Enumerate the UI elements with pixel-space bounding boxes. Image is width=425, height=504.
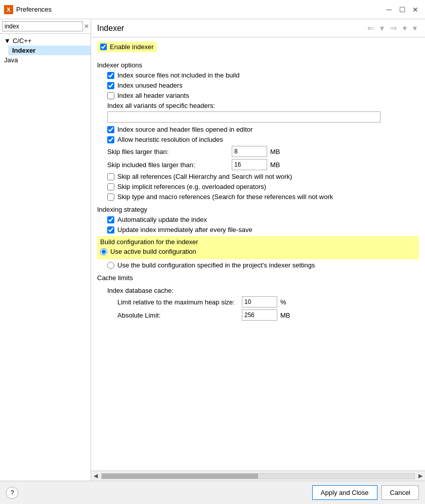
opt1-label: Index source files not included in the b…: [117, 71, 239, 79]
opt4-checkbox[interactable]: [107, 126, 114, 133]
scroll-right-button[interactable]: ▶: [416, 472, 425, 481]
indexing-strategy-label: Indexing strategy: [97, 206, 419, 213]
enable-indexer-row: Enable indexer: [97, 42, 157, 52]
help-button[interactable]: ?: [6, 487, 18, 499]
footer-left: ?: [6, 487, 18, 499]
content-area: Enable indexer Indexer options Index sou…: [91, 37, 425, 471]
skip-label-2: Skip included files larger than:: [107, 161, 229, 169]
opt2-checkbox[interactable]: [107, 82, 114, 89]
skip-unit-1: MB: [270, 148, 280, 156]
cache-limits-label: Cache limits: [97, 274, 419, 282]
right-panel: Indexer ⇐ ▾ ⇒ ▾ ▾ Enable indexer Indexer…: [91, 19, 425, 481]
cache-input-1[interactable]: [242, 296, 277, 307]
option-row-8: Skip type and macro references (Search f…: [107, 193, 419, 201]
opt6-checkbox[interactable]: [107, 173, 114, 180]
opt8-checkbox[interactable]: [107, 193, 114, 201]
panel-nav: ⇐ ▾ ⇒ ▾ ▾: [365, 22, 419, 34]
skip-field-row-1: Skip files larger than: MB: [107, 146, 419, 157]
str2-checkbox[interactable]: [107, 226, 114, 234]
nav-back-dropdown-button[interactable]: ▾: [378, 22, 386, 34]
footer-right: Apply and Close Cancel: [312, 485, 419, 500]
main-content: ✕ ▼ C/C++ Indexer Java Indexer ⇐ ▾: [0, 19, 425, 481]
index-db-cache-label: Index database cache:: [107, 287, 419, 294]
nav-forward-dropdown-button[interactable]: ▾: [401, 22, 409, 34]
sidebar-item-indexer[interactable]: Indexer: [8, 46, 91, 55]
sidebar-item-java[interactable]: Java: [0, 55, 91, 65]
scroll-left-button[interactable]: ◀: [91, 472, 100, 481]
opt3-checkbox[interactable]: [107, 92, 114, 99]
opt4-label: Index source and header files opened in …: [117, 126, 252, 133]
indexer-options-label: Indexer options: [97, 61, 419, 69]
scroll-thumb: [102, 474, 258, 479]
search-input[interactable]: [2, 21, 83, 31]
opt8-label: Skip type and macro references (Search f…: [117, 193, 333, 201]
opt7-label: Skip implicit references (e.g. overloade…: [117, 183, 266, 190]
title-bar-buttons: ─ ☐ ✕: [384, 4, 421, 15]
rad1-label: Use active build configuration: [110, 248, 196, 255]
opt7-checkbox[interactable]: [107, 183, 114, 190]
opt1-checkbox[interactable]: [107, 72, 114, 79]
skip-unit-2: MB: [270, 161, 280, 169]
sidebar-item-label: Indexer: [12, 47, 35, 54]
option-row-3: Index all header variants: [107, 92, 419, 99]
rad2-radio[interactable]: [107, 262, 114, 269]
option-row-7: Skip implicit references (e.g. overloade…: [107, 183, 419, 190]
build-config-section: Build configuration for the indexer Use …: [97, 236, 419, 259]
option-row-5: Allow heuristic resolution of includes: [107, 136, 419, 143]
minimize-button[interactable]: ─: [384, 4, 395, 15]
panel-header: Indexer ⇐ ▾ ⇒ ▾ ▾: [91, 19, 425, 37]
search-clear-button[interactable]: ✕: [83, 22, 90, 31]
sidebar: ✕ ▼ C/C++ Indexer Java: [0, 19, 91, 481]
search-container: ✕: [0, 19, 91, 34]
cancel-button[interactable]: Cancel: [381, 485, 419, 500]
option-row-6: Skip all references (Call Hierarchy and …: [107, 173, 419, 180]
cache-input-2[interactable]: [242, 309, 277, 321]
strategy-row-2: Update index immediately after every fil…: [107, 226, 419, 234]
scroll-track[interactable]: [101, 473, 415, 479]
apply-close-button[interactable]: Apply and Close: [312, 485, 377, 500]
option-row-1: Index source files not included in the b…: [107, 71, 419, 79]
skip-input-1[interactable]: [232, 146, 267, 157]
str2-label: Update index immediately after every fil…: [117, 226, 252, 234]
nav-forward-button[interactable]: ⇒: [388, 22, 399, 34]
rad1-radio[interactable]: [100, 248, 107, 255]
skip-label-1: Skip files larger than:: [107, 148, 229, 156]
maximize-button[interactable]: ☐: [397, 4, 408, 15]
skip-input-2[interactable]: [232, 159, 267, 170]
opt6-label: Skip all references (Call Hierarchy and …: [117, 173, 292, 180]
title-bar: X Preferences ─ ☐ ✕: [0, 0, 425, 19]
radio-row-2: Use the build configuration specified in…: [107, 261, 419, 269]
cache-unit-2: MB: [280, 312, 290, 319]
radio-row-1: Use active build configuration: [100, 248, 416, 255]
opt5-checkbox[interactable]: [107, 136, 114, 143]
enable-indexer-label: Enable indexer: [110, 43, 154, 51]
enable-indexer-checkbox[interactable]: [100, 44, 107, 50]
tree-area: ▼ C/C++ Indexer Java: [0, 34, 91, 481]
skip-field-row-2: Skip included files larger than: MB: [107, 159, 419, 170]
horizontal-scrollbar[interactable]: ◀ ▶: [91, 471, 425, 481]
str1-checkbox[interactable]: [107, 216, 114, 223]
panel-title: Indexer: [97, 24, 124, 33]
cache-label-1: Limit relative to the maximum heap size:: [117, 298, 239, 306]
nav-back-button[interactable]: ⇐: [365, 22, 376, 34]
sidebar-item-cpp[interactable]: ▼ C/C++: [0, 36, 91, 46]
str1-label: Automatically update the index: [117, 216, 207, 223]
app-icon: X: [4, 5, 13, 14]
option-row-2: Index unused headers: [107, 82, 419, 89]
close-button[interactable]: ✕: [410, 4, 421, 15]
strategy-row-1: Automatically update the index: [107, 216, 419, 223]
variants-input[interactable]: [107, 111, 380, 123]
window-title: Preferences: [16, 6, 384, 13]
opt2-label: Index unused headers: [117, 82, 183, 89]
opt5-label: Allow heuristic resolution of includes: [117, 136, 223, 143]
nav-more-button[interactable]: ▾: [411, 22, 419, 34]
sidebar-item-label: C/C++: [13, 37, 32, 45]
cache-field-row-1: Limit relative to the maximum heap size:…: [117, 296, 419, 307]
cache-unit-1: %: [280, 298, 286, 306]
rad2-label: Use the build configuration specified in…: [117, 261, 315, 269]
cache-field-row-2: Absolute Limit: MB: [117, 309, 419, 321]
variants-input-row: [107, 111, 419, 123]
build-config-label: Build configuration for the indexer: [100, 238, 416, 246]
sidebar-item-label: Java: [4, 56, 18, 64]
option-row-4: Index source and header files opened in …: [107, 126, 419, 133]
